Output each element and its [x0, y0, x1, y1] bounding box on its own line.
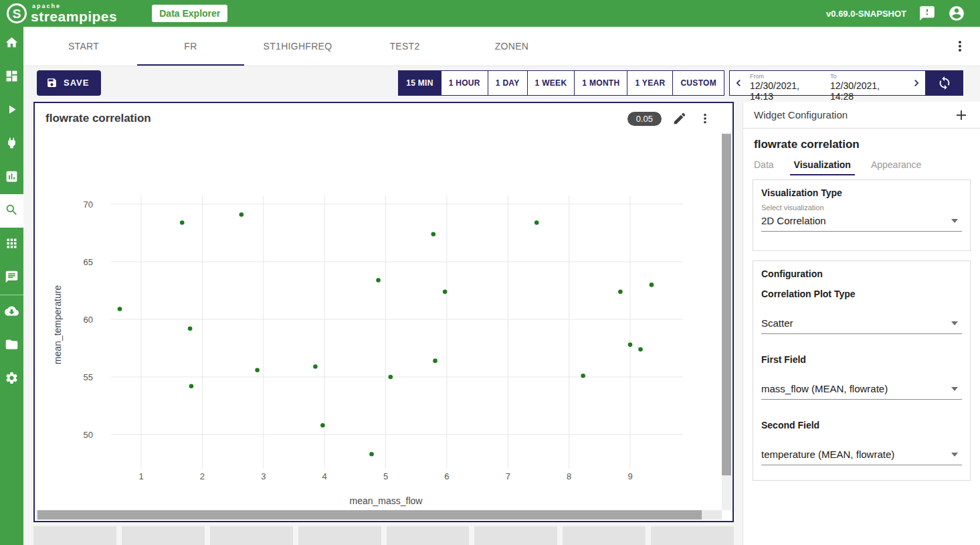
range-custom-button[interactable]: CUSTOM: [672, 70, 724, 96]
tab-visualization[interactable]: Visualization: [794, 159, 851, 175]
sidebar-item-home[interactable]: [0, 27, 23, 60]
data-point: [618, 289, 623, 294]
chevron-left-icon: [732, 76, 745, 90]
range-1day-button[interactable]: 1 DAY: [488, 70, 527, 96]
chevron-right-icon: [910, 76, 923, 90]
horizontal-scrollbar-thumb[interactable]: [37, 510, 702, 520]
data-point: [118, 307, 122, 311]
sidebar-item-settings[interactable]: [0, 362, 23, 396]
left-nav-sidebar: [0, 27, 23, 545]
tab-test2[interactable]: TEST2: [351, 27, 458, 66]
visualization-type-select[interactable]: 2D Correlation: [761, 212, 962, 232]
vertical-scrollbar-thumb[interactable]: [722, 134, 731, 475]
correlation-value-badge: 0.05: [627, 112, 662, 126]
data-point: [188, 326, 193, 331]
chevron-down-icon: [951, 321, 958, 325]
refresh-button[interactable]: [926, 70, 963, 96]
x-tick-label: 9: [627, 471, 632, 481]
data-point: [180, 220, 185, 225]
sidebar-item-dashboard[interactable]: [0, 60, 23, 94]
sidebar-item-connect[interactable]: [0, 127, 23, 161]
x-tick-label: 6: [444, 471, 449, 481]
sidebar-item-install[interactable]: [0, 295, 23, 329]
data-point: [239, 212, 244, 217]
save-icon: [46, 77, 58, 88]
tab-start[interactable]: START: [30, 27, 137, 66]
data-explorer-screen: S apache streampipes Data Explorer v0.69…: [0, 0, 980, 545]
to-value[interactable]: 12/30/2021, 14:28: [830, 80, 905, 104]
panel-title: Widget Configuration: [754, 109, 848, 121]
widget-header: flowrate correlation 0.05: [35, 103, 732, 134]
home-icon: [5, 35, 19, 52]
account-icon[interactable]: [948, 5, 965, 22]
chevron-down-icon: [951, 453, 958, 457]
save-button[interactable]: SAVE: [37, 70, 101, 96]
x-tick-label: 1: [138, 471, 143, 481]
feedback-icon[interactable]: [918, 5, 936, 22]
sidebar-item-files[interactable]: [0, 329, 23, 362]
dashboard-icon: [5, 69, 19, 86]
grid-tile: [563, 526, 646, 545]
range-1month-button[interactable]: 1 MONTH: [574, 70, 627, 96]
data-point: [431, 232, 435, 236]
y-tick-label: 65: [84, 257, 93, 267]
tab-data[interactable]: Data: [754, 159, 774, 175]
sidebar-item-pipelines[interactable]: [0, 94, 23, 127]
chevron-down-icon: [951, 387, 958, 391]
data-point: [534, 220, 539, 225]
sidebar-item-dashboards[interactable]: [0, 161, 23, 194]
play-icon: [5, 102, 19, 119]
vertical-scrollbar[interactable]: [722, 133, 731, 510]
range-1hour-button[interactable]: 1 HOUR: [441, 70, 488, 96]
next-range-button[interactable]: [908, 71, 925, 95]
time-range-selector: 15 MIN 1 HOUR 1 DAY 1 WEEK 1 MONTH 1 YEA…: [398, 70, 724, 96]
first-field-label: First Field: [761, 354, 962, 365]
refresh-icon: [937, 76, 952, 90]
tab-bar-kebab-icon[interactable]: [952, 38, 968, 54]
chevron-down-icon: [951, 219, 958, 223]
previous-range-button[interactable]: [730, 71, 747, 95]
cloud-download-icon: [5, 304, 19, 321]
widget-kebab-icon[interactable]: [698, 111, 712, 126]
x-tick-label: 3: [261, 471, 266, 481]
data-point: [581, 374, 585, 378]
streampipes-logo: S apache streampipes: [7, 3, 117, 23]
tab-fr[interactable]: FR: [137, 27, 244, 66]
to-date-field[interactable]: To 12/30/2021, 14:28: [830, 71, 905, 95]
grid-tile: [210, 526, 293, 545]
widget-configuration-panel: Widget Configuration flowrate correlatio…: [743, 102, 980, 545]
from-value[interactable]: 12/30/2021, 14:13: [750, 80, 825, 104]
first-field-value: mass_flow (MEAN, flowrate): [761, 383, 888, 394]
range-15min-button[interactable]: 15 MIN: [398, 70, 440, 96]
second-field-label: Second Field: [761, 420, 962, 431]
visualization-type-card: Visualization Type Select visualization …: [753, 179, 971, 251]
tab-appearance[interactable]: Appearance: [871, 159, 922, 175]
tab-zonen[interactable]: ZONEN: [458, 27, 565, 66]
grid-tile: [122, 526, 205, 545]
plot-type-select[interactable]: Scatter: [761, 314, 962, 334]
data-point: [313, 364, 318, 369]
add-widget-button[interactable]: [953, 107, 969, 123]
x-tick-label: 7: [506, 471, 510, 481]
data-point: [638, 347, 643, 352]
data-point: [189, 384, 194, 388]
data-point: [320, 423, 325, 428]
range-1year-button[interactable]: 1 YEAR: [627, 70, 672, 96]
sidebar-item-apps[interactable]: [0, 228, 23, 261]
edit-widget-button[interactable]: [672, 111, 687, 126]
select-visualization-label: Select visualization: [761, 204, 962, 212]
panel-widget-name: flowrate correlation: [754, 138, 969, 151]
plug-icon: [5, 136, 19, 153]
tab-st1highfreq[interactable]: ST1HIGHFREQ: [244, 27, 351, 66]
first-field-select[interactable]: mass_flow (MEAN, flowrate): [761, 380, 962, 400]
from-label: From: [750, 73, 825, 80]
config-tabs: Data Visualization Appearance: [754, 159, 969, 175]
from-date-field[interactable]: From 12/30/2021, 14:13: [750, 71, 825, 95]
scatter-plot-svg: 1234567895055606570mean_mass_flowmean_te…: [35, 134, 723, 509]
grid-tile: [474, 526, 557, 545]
range-1week-button[interactable]: 1 WEEK: [527, 70, 575, 96]
horizontal-scrollbar[interactable]: [36, 510, 722, 520]
sidebar-item-notifications[interactable]: [0, 261, 23, 295]
sidebar-item-data-explorer[interactable]: [0, 194, 23, 228]
second-field-select[interactable]: temperature (MEAN, flowrate): [761, 445, 962, 465]
